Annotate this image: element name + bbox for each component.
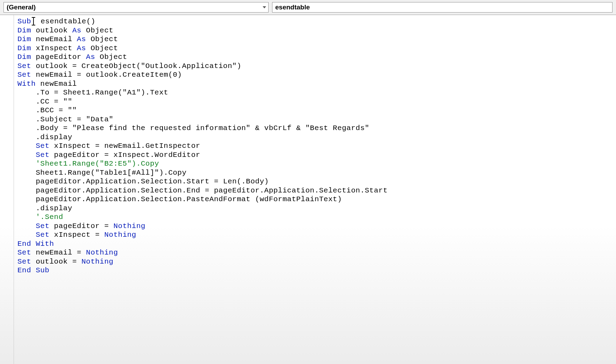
- code-line[interactable]: 'Sheet1.Range("B2:E5").Copy: [17, 159, 616, 168]
- keyword-token: As: [72, 26, 81, 35]
- keyword-token: With: [17, 80, 36, 88]
- code-editor[interactable]: Sub esendtable()Dim outlook As ObjectDim…: [14, 15, 616, 364]
- code-line[interactable]: Set newEmail = outlook.CreateItem(0): [17, 70, 616, 79]
- procedure-dropdown-label: esendtable: [275, 3, 310, 11]
- text-token: esendtable(): [36, 17, 95, 25]
- code-line[interactable]: .Body = "Please find the requested infor…: [17, 124, 616, 133]
- text-token: .display: [36, 204, 72, 212]
- code-line[interactable]: '.Send: [17, 213, 616, 222]
- text-token: pageEditor.Application.Selection.End = p…: [36, 187, 388, 195]
- text-token: pageEditor = xInspect.WordEditor: [50, 151, 200, 159]
- keyword-token: Set: [36, 231, 49, 239]
- code-line[interactable]: Set xInspect = newEmail.GetInspector: [17, 142, 616, 151]
- code-line[interactable]: Dim xInspect As Object: [17, 44, 616, 53]
- text-token: Object: [81, 26, 113, 35]
- editor-container: Sub esendtable()Dim outlook As ObjectDim…: [0, 15, 616, 364]
- code-line[interactable]: .CC = "": [17, 97, 616, 106]
- text-token: newEmail: [31, 35, 77, 43]
- code-line[interactable]: .display: [17, 204, 616, 213]
- code-line[interactable]: pageEditor.Application.Selection.Start =…: [17, 177, 616, 186]
- keyword-token: Nothing: [86, 249, 118, 257]
- code-line[interactable]: .BCC = "": [17, 106, 616, 115]
- keyword-token: As: [86, 53, 95, 61]
- code-line[interactable]: Dim pageEditor As Object: [17, 53, 616, 62]
- object-dropdown[interactable]: (General): [3, 2, 269, 13]
- text-token: outlook: [31, 26, 72, 35]
- keyword-token: Dim: [17, 26, 31, 35]
- text-token: Object: [86, 44, 118, 52]
- text-token: pageEditor.Application.Selection.Start =…: [36, 177, 269, 185]
- margin-indicator-bar[interactable]: [0, 15, 14, 364]
- text-token: outlook = CreateObject("Outlook.Applicat…: [31, 62, 241, 70]
- code-line[interactable]: pageEditor.Application.Selection.End = p…: [17, 186, 616, 195]
- text-token: xInspect: [31, 44, 77, 52]
- text-token: pageEditor.Application.Selection.PasteAn…: [36, 195, 342, 203]
- keyword-token: As: [77, 44, 86, 52]
- text-token: Sheet1.Range("Table1[#All]").Copy: [36, 169, 186, 177]
- text-token: .To = Sheet1.Range("A1").Text: [36, 89, 168, 97]
- code-line[interactable]: Set pageEditor = Nothing: [17, 222, 616, 231]
- keyword-token: Nothing: [81, 258, 113, 266]
- comment-token: 'Sheet1.Range("B2:E5").Copy: [36, 160, 159, 168]
- keyword-token: Dim: [17, 44, 31, 52]
- code-line[interactable]: .Subject = "Data": [17, 115, 616, 124]
- procedure-dropdown[interactable]: esendtable: [272, 2, 613, 13]
- text-token: xInspect = newEmail.GetInspector: [50, 142, 200, 150]
- keyword-token: Set: [17, 71, 31, 79]
- text-token: .BCC = "": [36, 106, 77, 114]
- keyword-token: Set: [17, 249, 31, 257]
- object-dropdown-label: (General): [7, 3, 36, 11]
- text-token: .Subject = "Data": [36, 115, 113, 123]
- keyword-token: Set: [36, 142, 49, 150]
- code-line[interactable]: .To = Sheet1.Range("A1").Text: [17, 88, 616, 97]
- code-line[interactable]: Sheet1.Range("Table1[#All]").Copy: [17, 168, 616, 177]
- text-token: pageEditor =: [50, 222, 113, 230]
- keyword-token: End Sub: [17, 266, 50, 274]
- code-line[interactable]: Set newEmail = Nothing: [17, 248, 616, 257]
- code-line[interactable]: Set outlook = Nothing: [17, 257, 616, 266]
- text-token: .CC = "": [36, 98, 72, 106]
- keyword-token: Dim: [17, 35, 31, 43]
- code-line[interactable]: Dim outlook As Object: [17, 26, 616, 35]
- keyword-token: End With: [17, 240, 54, 248]
- code-line[interactable]: With newEmail: [17, 79, 616, 89]
- keyword-token: Sub: [17, 17, 31, 25]
- text-token: pageEditor: [31, 53, 86, 61]
- code-line[interactable]: Dim newEmail As Object: [17, 35, 616, 44]
- keyword-token: Set: [17, 258, 31, 266]
- code-line[interactable]: Sub esendtable(): [17, 17, 616, 26]
- keyword-token: Set: [17, 62, 31, 70]
- code-line[interactable]: End With: [17, 240, 616, 249]
- text-token: newEmail =: [31, 249, 86, 257]
- keyword-token: Nothing: [113, 222, 145, 230]
- text-token: Object: [95, 53, 127, 61]
- text-token: .display: [36, 133, 72, 141]
- code-line[interactable]: Set outlook = CreateObject("Outlook.Appl…: [17, 62, 616, 71]
- code-line[interactable]: End Sub: [17, 266, 616, 275]
- code-line[interactable]: Set xInspect = Nothing: [17, 230, 616, 240]
- text-token: newEmail = outlook.CreateItem(0): [31, 71, 182, 79]
- comment-token: '.Send: [36, 213, 63, 221]
- text-cursor-icon: [31, 17, 36, 25]
- code-line[interactable]: Set pageEditor = xInspect.WordEditor: [17, 151, 616, 160]
- keyword-token: Dim: [17, 53, 31, 61]
- text-token: xInspect =: [50, 231, 104, 239]
- text-token: .Body = "Please find the requested infor…: [36, 124, 369, 132]
- text-token: Object: [86, 35, 118, 43]
- keyword-token: Set: [36, 151, 49, 159]
- keyword-token: Set: [36, 222, 49, 230]
- text-token: newEmail: [36, 80, 77, 88]
- keyword-token: Nothing: [104, 231, 136, 239]
- chevron-down-icon: [263, 6, 266, 8]
- dropdown-bar: (General) esendtable: [0, 0, 616, 15]
- code-line[interactable]: pageEditor.Application.Selection.PasteAn…: [17, 195, 616, 204]
- text-token: outlook =: [31, 258, 81, 266]
- code-line[interactable]: .display: [17, 133, 616, 142]
- keyword-token: As: [77, 35, 86, 43]
